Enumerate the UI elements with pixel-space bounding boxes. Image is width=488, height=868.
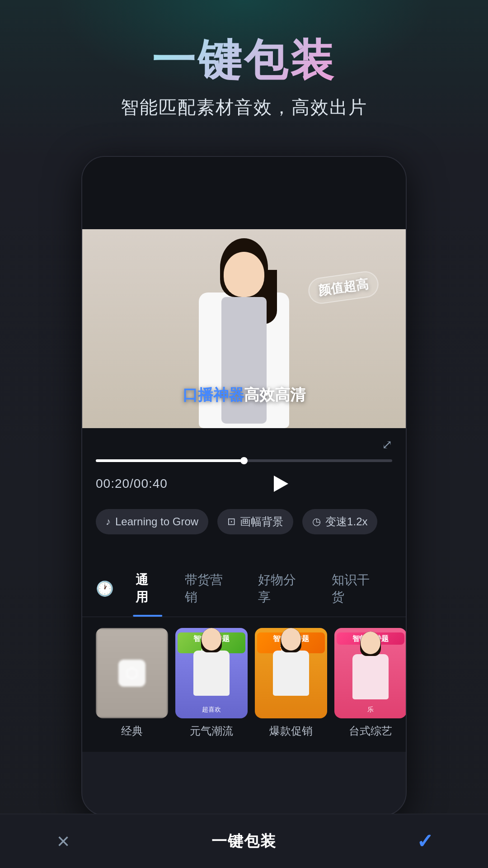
speed-icon: ◷ — [312, 516, 321, 528]
video-overlay-tag: 颜值超高 — [307, 269, 380, 305]
video-preview-area: 颜值超高 口播神器高效高清 — [82, 229, 406, 428]
thumb-body-3 — [273, 651, 309, 696]
tab-general[interactable]: 通用 — [123, 561, 172, 617]
header-section: 一键包装 智能匹配素材音效，高效出片 — [0, 0, 488, 138]
video-content: 颜值超高 口播神器高效高清 — [82, 229, 406, 428]
thumb-face-4 — [361, 632, 380, 654]
phone-top-bar — [82, 157, 406, 229]
template-variety-label: 台式综艺 — [349, 724, 392, 738]
cancel-button[interactable]: × — [45, 823, 81, 859]
thumb-body-2 — [193, 651, 230, 696]
frame-icon: ⊡ — [227, 516, 235, 528]
template-classic-bg: ⬡ — [96, 628, 168, 718]
confirm-button[interactable]: ✓ — [407, 823, 443, 859]
progress-dot[interactable] — [240, 457, 248, 464]
category-tabs: 🕐 通用 带货营销 好物分享 知识干货 — [82, 561, 406, 617]
template-promo-bg: 智能加持题待抢！ — [255, 628, 327, 718]
tab-knowledge-label: 知识干货 — [332, 573, 370, 604]
template-trendy-label: 元气潮流 — [190, 724, 233, 738]
trendy-overlay: 超喜欢 — [178, 705, 245, 713]
page-title: 一键包装 — [0, 36, 488, 84]
template-promo[interactable]: 智能加持题待抢！ 爆款促销 — [255, 628, 327, 738]
phone-mockup: 颜值超高 口播神器高效高清 ⤢ — [81, 156, 407, 816]
template-variety-thumb: 智能加持题 乐 — [334, 628, 406, 718]
variety-overlay: 乐 — [337, 705, 404, 713]
expand-arrow-icon: ⤢ — [382, 438, 392, 452]
template-trendy-bg: 智能加持题点赞▲ 超喜欢 — [175, 628, 248, 718]
tags-row: ♪ Learning to Grow ⊡ 画幅背景 ◷ 变速1.2x — [96, 509, 392, 534]
music-icon: ♪ — [106, 516, 111, 528]
bottom-center-label: 一键包装 — [211, 831, 277, 852]
tab-general-label: 通用 — [136, 573, 148, 604]
phone-mockup-wrapper: 颜值超高 口播神器高效高清 ⤢ — [0, 138, 488, 816]
phone-controls-area: ⤢ 00:20/00:40 — [82, 428, 406, 561]
expand-icon[interactable]: ⤢ — [96, 437, 392, 452]
bottom-action-bar: × 一键包装 ✓ — [0, 814, 488, 868]
subtitle-highlight: 口播神器 — [183, 386, 244, 403]
person-face — [224, 252, 264, 297]
template-trendy[interactable]: 智能加持题点赞▲ 超喜欢 元气潮流 — [175, 628, 248, 738]
tab-knowledge[interactable]: 知识干货 — [319, 561, 392, 617]
tab-marketing-label: 带货营销 — [185, 573, 223, 604]
template-trendy-thumb: 智能加持题点赞▲ 超喜欢 — [175, 628, 248, 718]
template-promo-label: 爆款促销 — [269, 724, 313, 738]
frame-tag[interactable]: ⊡ 画幅背景 — [217, 509, 293, 534]
progress-bar-fill — [96, 459, 244, 462]
speed-label: 变速1.2x — [325, 514, 367, 529]
play-button[interactable] — [265, 469, 294, 498]
progress-bar-container[interactable] — [96, 459, 392, 462]
time-play-row: 00:20/00:40 — [96, 469, 392, 498]
tab-share-label: 好物分享 — [258, 573, 296, 604]
subtitle-normal: 高效高清 — [244, 386, 305, 403]
history-icon[interactable]: 🕐 — [96, 569, 114, 608]
template-variety[interactable]: 智能加持题 乐 台式综艺 — [334, 628, 406, 738]
tab-share[interactable]: 好物分享 — [245, 561, 319, 617]
thumb-face-2 — [202, 628, 221, 651]
cube-icon: ⬡ — [118, 660, 145, 687]
template-classic[interactable]: ⬡ 经典 — [96, 628, 168, 738]
music-tag[interactable]: ♪ Learning to Grow — [96, 509, 208, 534]
template-variety-bg: 智能加持题 乐 — [334, 628, 406, 718]
template-classic-thumb: ⬡ — [96, 628, 168, 718]
time-display: 00:20/00:40 — [96, 476, 168, 491]
tab-marketing[interactable]: 带货营销 — [172, 561, 245, 617]
template-promo-thumb: 智能加持题待抢！ — [255, 628, 327, 718]
page-background: 一键包装 智能匹配素材音效，高效出片 颜值超高 — [0, 0, 488, 868]
frame-label: 画幅背景 — [240, 514, 283, 529]
speed-tag[interactable]: ◷ 变速1.2x — [302, 509, 377, 534]
music-label: Learning to Grow — [115, 515, 198, 528]
play-triangle-icon — [274, 476, 288, 492]
page-subtitle: 智能匹配素材音效，高效出片 — [0, 95, 488, 120]
thumb-body-4 — [352, 654, 389, 699]
template-classic-label: 经典 — [121, 724, 143, 738]
thumb-face-3 — [281, 628, 301, 651]
video-subtitle: 口播神器高效高清 — [183, 385, 305, 406]
template-grid: ⬡ 经典 智能加持题点赞▲ 超喜欢 — [82, 617, 406, 752]
